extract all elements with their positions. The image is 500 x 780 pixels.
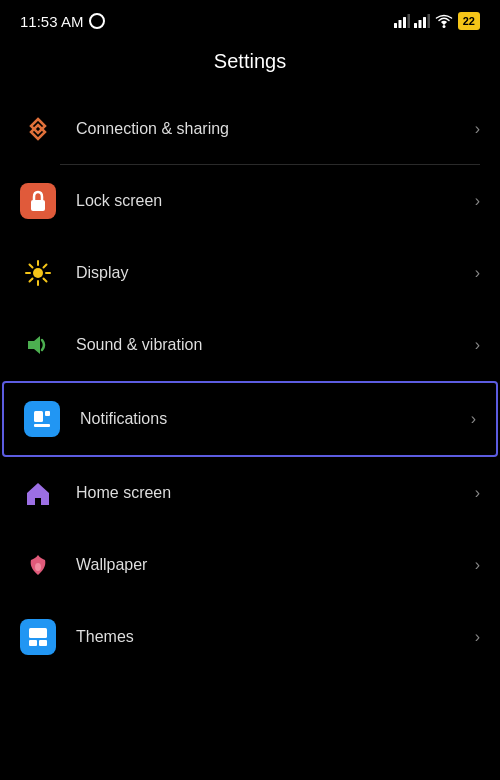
display-label: Display <box>76 264 475 282</box>
svg-line-18 <box>44 279 47 282</box>
sound-icon <box>20 327 56 363</box>
settings-item-notifications[interactable]: Notifications › <box>2 381 498 457</box>
themes-chevron: › <box>475 628 480 646</box>
notifications-icon <box>24 401 60 437</box>
themes-icon <box>20 619 56 655</box>
svg-rect-26 <box>29 628 47 638</box>
svg-point-8 <box>442 25 445 28</box>
connection-icon <box>20 111 56 147</box>
svg-line-17 <box>30 265 33 268</box>
svg-rect-11 <box>31 200 45 211</box>
svg-rect-23 <box>45 411 50 416</box>
themes-label: Themes <box>76 628 475 646</box>
status-bar: 11:53 AM 22 <box>0 0 500 40</box>
status-left: 11:53 AM <box>20 13 105 30</box>
settings-item-connection[interactable]: Connection & sharing › <box>0 93 500 165</box>
svg-rect-3 <box>407 14 410 28</box>
settings-item-sound[interactable]: Sound & vibration › <box>0 309 500 381</box>
status-circle-icon <box>89 13 105 29</box>
wallpaper-icon <box>20 547 56 583</box>
status-time: 11:53 AM <box>20 13 83 30</box>
settings-item-wallpaper[interactable]: Wallpaper › <box>0 529 500 601</box>
svg-marker-21 <box>28 336 40 354</box>
settings-item-home[interactable]: Home screen › <box>0 457 500 529</box>
wallpaper-label: Wallpaper <box>76 556 475 574</box>
lock-chevron: › <box>475 192 480 210</box>
settings-list: Connection & sharing › Lock screen › <box>0 93 500 673</box>
svg-rect-2 <box>403 17 406 28</box>
settings-item-themes[interactable]: Themes › <box>0 601 500 673</box>
svg-rect-24 <box>34 424 50 427</box>
page-title: Settings <box>0 40 500 93</box>
svg-point-12 <box>33 268 43 278</box>
connection-label: Connection & sharing <box>76 120 475 138</box>
connection-chevron: › <box>475 120 480 138</box>
signal-icon-1 <box>394 14 410 28</box>
svg-rect-6 <box>423 17 426 28</box>
display-chevron: › <box>475 264 480 282</box>
settings-item-display[interactable]: Display › <box>0 237 500 309</box>
svg-line-19 <box>44 265 47 268</box>
settings-item-lock[interactable]: Lock screen › <box>0 165 500 237</box>
lock-icon <box>20 183 56 219</box>
home-icon <box>20 475 56 511</box>
wifi-icon <box>434 14 454 28</box>
svg-point-25 <box>35 563 41 571</box>
svg-rect-4 <box>414 23 417 28</box>
svg-rect-22 <box>34 411 43 422</box>
sound-chevron: › <box>475 336 480 354</box>
home-chevron: › <box>475 484 480 502</box>
svg-rect-5 <box>418 20 421 28</box>
svg-rect-1 <box>398 20 401 28</box>
svg-rect-27 <box>29 640 37 646</box>
battery-indicator: 22 <box>458 12 480 30</box>
svg-rect-28 <box>39 640 47 646</box>
lock-label: Lock screen <box>76 192 475 210</box>
home-label: Home screen <box>76 484 475 502</box>
svg-rect-0 <box>394 23 397 28</box>
notifications-chevron: › <box>471 410 476 428</box>
status-right: 22 <box>394 12 480 30</box>
display-icon <box>20 255 56 291</box>
notifications-label: Notifications <box>80 410 471 428</box>
battery-percent: 22 <box>463 15 475 27</box>
svg-line-20 <box>30 279 33 282</box>
signal-icon-2 <box>414 14 430 28</box>
wallpaper-chevron: › <box>475 556 480 574</box>
svg-rect-7 <box>427 14 430 28</box>
sound-label: Sound & vibration <box>76 336 475 354</box>
